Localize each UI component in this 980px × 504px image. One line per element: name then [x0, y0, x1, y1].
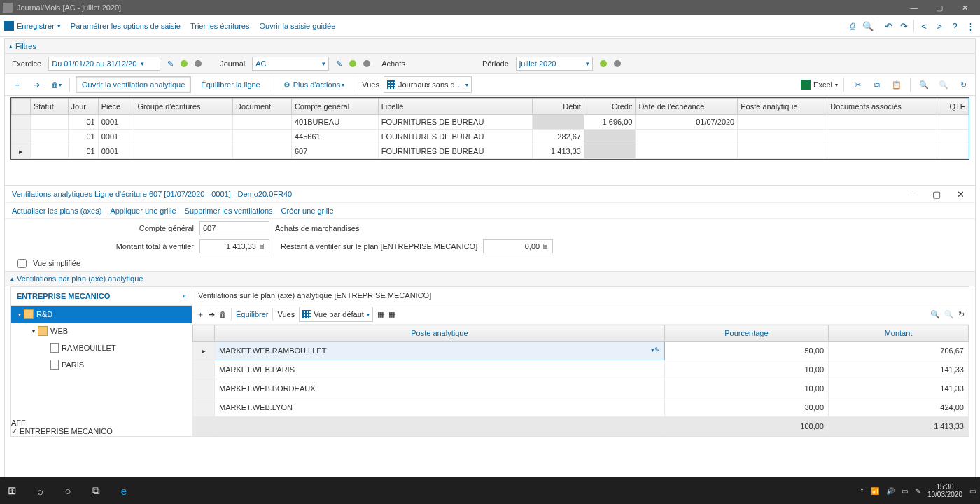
ventilation-grid[interactable]: Poste analytiquePourcentageMontant ▸MARK… — [192, 325, 969, 436]
search-icon[interactable]: ⌕ — [32, 483, 48, 498]
network-icon[interactable]: 📶 — [871, 487, 879, 495]
montant-total-input[interactable]: 1 413,33 🖩 — [200, 239, 270, 253]
more-icon[interactable]: ⋮ — [965, 20, 976, 31]
table-row[interactable]: 010001401BUREAUFOURNITURES DE BUREAU1 69… — [12, 115, 969, 130]
col-header[interactable]: Pièce — [98, 99, 134, 115]
col-header[interactable]: Crédit — [584, 99, 635, 115]
sort-button[interactable]: Trier les écritures — [190, 22, 250, 30]
table-row[interactable]: ▸MARKET.WEB.RAMBOUILLET ▾✎50,00706,67 — [193, 342, 969, 360]
balance-line-button[interactable]: Équilibrer la ligne — [195, 77, 265, 92]
table-row[interactable]: 010001445661FOURNITURES DE BUREAU282,67 — [12, 130, 969, 144]
add-icon[interactable]: ＋ — [9, 77, 24, 92]
panel-minimize-button[interactable]: — — [905, 188, 920, 200]
forward-icon[interactable]: ➔ — [209, 310, 215, 319]
tray-chevron-icon[interactable]: ˄ — [860, 487, 864, 495]
clock[interactable]: 15:30 10/03/2020 — [927, 483, 962, 498]
next-icon[interactable]: > — [934, 20, 945, 31]
table-row[interactable]: MARKET.WEB.BORDEAUX10,00141,33 — [193, 379, 969, 398]
col-header[interactable]: QTE — [937, 99, 969, 115]
cut-icon[interactable]: ✂ — [850, 77, 865, 92]
ventilation-link[interactable]: Appliquer une grille — [110, 206, 176, 215]
more-actions-button[interactable]: ⚙Plus d'actions▾ — [278, 77, 351, 92]
forward-icon[interactable]: ➔ — [29, 77, 44, 92]
periode-select[interactable]: juillet 2020▾ — [516, 57, 593, 71]
tree-category-aff[interactable]: AFF — [11, 419, 192, 427]
layout-icon-2[interactable]: ▦ — [388, 310, 396, 319]
excel-button[interactable]: Excel▾ — [801, 80, 838, 90]
paste-icon[interactable]: 📋 — [889, 77, 904, 92]
guided-entry-button[interactable]: Ouvrir la saisie guidée — [260, 22, 336, 30]
redo-icon[interactable]: ↷ — [898, 20, 909, 31]
layout-icon-1[interactable] — [476, 77, 491, 92]
col-header[interactable]: Débit — [533, 99, 584, 115]
tree-node-web[interactable]: ▾ WEB — [11, 323, 192, 340]
panel-maximize-button[interactable]: ▢ — [929, 188, 944, 200]
balance-button[interactable]: Équilibrer — [236, 310, 268, 318]
col-header[interactable]: Statut — [31, 99, 69, 115]
ventilation-section-header[interactable]: ▴ Ventilations par plan (axe) analytique — [5, 271, 975, 286]
col-header[interactable]: Montant — [829, 326, 969, 342]
cortana-icon[interactable]: ○ — [60, 483, 76, 498]
filters-collapse[interactable]: ▴ Filtres — [5, 39, 975, 54]
search-icon[interactable]: 🔍 — [916, 77, 932, 92]
ventilation-link[interactable]: Supprimer les ventilations — [185, 206, 273, 215]
save-button[interactable]: Enregistrer ▾ — [4, 21, 61, 31]
refresh-icon[interactable]: ↻ — [958, 310, 965, 319]
edit-icon[interactable]: ✎ — [167, 59, 174, 69]
exercice-select[interactable]: Du 01/01/20 au 31/12/20▾ — [48, 57, 160, 71]
tree-node-paris[interactable]: PARIS — [11, 356, 192, 373]
volume-icon[interactable]: 🔊 — [886, 487, 895, 495]
col-header[interactable]: Document — [233, 99, 292, 115]
delete-icon[interactable]: 🗑 — [219, 310, 227, 318]
col-header[interactable]: Documents associés — [827, 99, 937, 115]
close-button[interactable]: ✕ — [952, 0, 977, 15]
col-header[interactable]: Poste analytique — [738, 99, 827, 115]
zoom-out-icon[interactable]: 🔍 — [936, 77, 951, 92]
collapse-icon[interactable]: « — [183, 293, 186, 300]
edit-icon[interactable]: ✎ — [336, 59, 342, 69]
col-header[interactable]: Pourcentage — [664, 326, 828, 342]
edge-icon[interactable]: e — [116, 483, 132, 498]
panel-close-button[interactable]: ✕ — [953, 188, 968, 200]
tree-node-rambouillet[interactable]: RAMBOUILLET — [11, 340, 192, 356]
undo-icon[interactable]: ↶ — [883, 20, 894, 31]
copy-icon[interactable]: ⧉ — [869, 77, 885, 92]
preview-icon[interactable]: 🔍 — [862, 20, 874, 31]
table-row[interactable]: MARKET.WEB.PARIS10,00141,33 — [193, 360, 969, 379]
battery-icon[interactable]: ▭ — [902, 487, 908, 495]
vue-simplifiee-checkbox[interactable] — [18, 259, 27, 268]
taskbar[interactable]: ⊞ ⌕ ○ ⧉ e ˄ 📶 🔊 ▭ ✎ 15:30 10/03/2020 ▭ — [0, 477, 980, 504]
start-icon[interactable]: ⊞ — [4, 483, 20, 498]
col-header[interactable]: Compte général — [291, 99, 378, 115]
views-select[interactable]: Journaux sans d… ▾ — [384, 76, 472, 93]
ventilation-link[interactable]: Créer une grille — [281, 206, 334, 215]
tree-node-rd[interactable]: ▾ R&D — [11, 306, 192, 323]
prev-icon[interactable]: < — [918, 20, 930, 31]
col-header[interactable]: Libellé — [378, 99, 533, 115]
tree-category-entreprise[interactable]: ✓ ENTREPRISE MECANICO — [11, 427, 192, 436]
param-button[interactable]: Paramétrer les options de saisie — [71, 22, 181, 30]
notifications-icon[interactable]: ▭ — [969, 487, 976, 495]
views-select[interactable]: Vue par défaut ▾ — [299, 307, 373, 322]
minimize-button[interactable]: — — [902, 0, 927, 15]
compte-general-input[interactable]: 607 — [200, 221, 270, 235]
col-header[interactable]: Date de l'échéance — [636, 99, 738, 115]
ventilation-link[interactable]: Actualiser les plans (axes) — [12, 206, 102, 215]
print-icon[interactable]: ⎙ — [847, 20, 858, 31]
maximize-button[interactable]: ▢ — [927, 0, 952, 15]
entries-grid[interactable]: StatutJourPièceGroupe d'écrituresDocumen… — [10, 97, 969, 160]
layout-icon-1[interactable]: ▦ — [377, 310, 384, 319]
journal-select[interactable]: AC▾ — [252, 57, 329, 71]
layout-icon-2[interactable] — [496, 77, 511, 92]
delete-icon[interactable]: 🗑▾ — [48, 77, 64, 92]
help-icon[interactable]: ? — [949, 20, 960, 31]
refresh-icon[interactable]: ↻ — [955, 77, 971, 92]
task-view-icon[interactable]: ⧉ — [88, 483, 104, 498]
col-header[interactable]: Jour — [68, 99, 98, 115]
zoom-out-icon[interactable]: 🔍 — [944, 310, 954, 319]
table-row[interactable]: MARKET.WEB.LYON30,00424,00 — [193, 398, 969, 417]
col-header[interactable]: Poste analytique — [215, 326, 665, 342]
add-icon[interactable]: ＋ — [197, 309, 204, 320]
col-header[interactable]: Groupe d'écritures — [134, 99, 233, 115]
pen-icon[interactable]: ✎ — [915, 487, 920, 495]
